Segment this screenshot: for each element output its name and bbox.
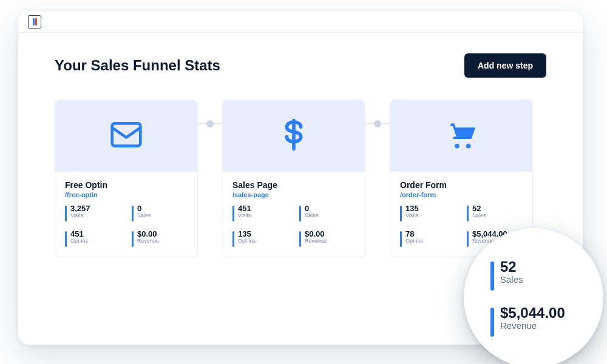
svg-point-1	[455, 143, 459, 147]
step-name: Free Optin	[65, 180, 188, 190]
step-icon-area	[223, 100, 365, 172]
funnel-steps-row: Free Optin /free-optin 3,257Visits 0Sale…	[55, 99, 546, 257]
envelope-icon	[109, 118, 143, 154]
stat-sales: 52Sales	[467, 204, 523, 221]
cart-icon	[444, 118, 478, 154]
page-title: Your Sales Funnel Stats	[55, 57, 220, 74]
stat-optins: 78Opt-ins	[400, 230, 456, 247]
stat-visits: 3,257Visits	[65, 204, 121, 221]
funnel-step-card[interactable]: Free Optin /free-optin 3,257Visits 0Sale…	[55, 99, 198, 257]
step-slug: /free-optin	[65, 191, 188, 198]
step-name: Sales Page	[232, 180, 355, 190]
magnifier-revenue: $5,044.00 Revenue	[490, 305, 603, 337]
stat-sales: 0Sales	[132, 204, 188, 221]
add-step-button[interactable]: Add new step	[464, 53, 546, 78]
magnifier-callout: 52 Sales $5,044.00 Revenue	[464, 228, 603, 364]
stat-revenue: $0.00Revenue	[299, 230, 355, 247]
step-icon-area	[390, 100, 532, 172]
svg-rect-0	[112, 123, 141, 146]
dollar-icon	[277, 118, 311, 154]
step-connector	[365, 11, 390, 257]
app-logo-icon	[28, 15, 41, 29]
header-row: Your Sales Funnel Stats Add new step	[55, 53, 546, 78]
step-connector	[198, 11, 222, 257]
step-slug: /order-form	[400, 191, 523, 198]
stat-optins: 451Opt-ins	[65, 230, 121, 247]
stat-revenue: $0.00Revenue	[132, 230, 188, 247]
step-slug: /sales-page	[232, 191, 355, 198]
step-name: Order Form	[400, 180, 523, 190]
magnifier-sales: 52 Sales	[490, 259, 603, 291]
svg-point-2	[466, 143, 470, 147]
stat-sales: 0Sales	[299, 204, 355, 221]
step-icon-area	[55, 100, 197, 172]
titlebar	[18, 11, 583, 33]
stat-visits: 451Visits	[232, 204, 288, 221]
stat-optins: 135Opt-ins	[232, 230, 288, 247]
stat-visits: 135Visits	[400, 204, 456, 221]
funnel-step-card[interactable]: Sales Page /sales-page 451Visits 0Sales …	[222, 99, 365, 257]
